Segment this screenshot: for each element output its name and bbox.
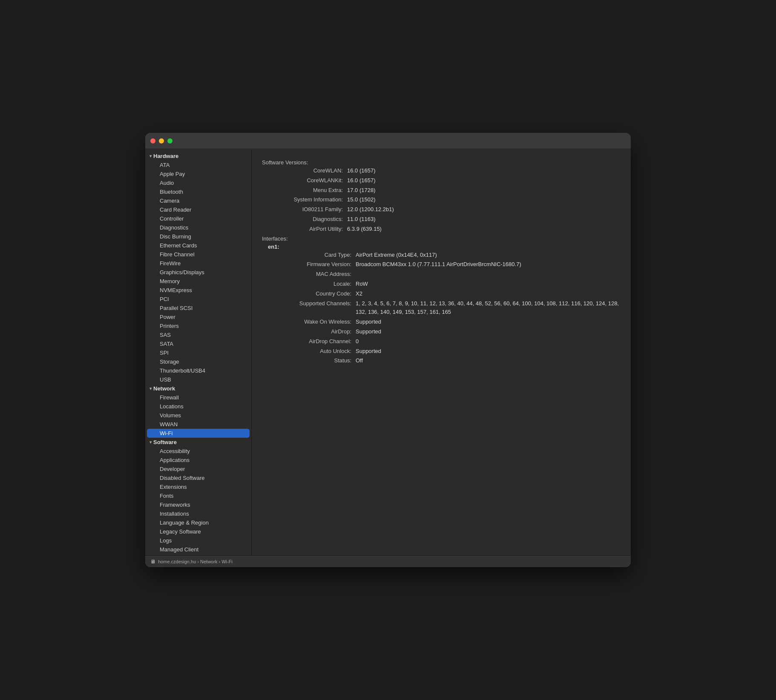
field-label: AirPort Utility:	[262, 225, 347, 234]
detail-panel: Software Versions:CoreWLAN:16.0 (1657)Co…	[252, 149, 631, 555]
maximize-button[interactable]	[167, 138, 172, 143]
field-label: MAC Address:	[262, 270, 356, 279]
sidebar-item-usb[interactable]: USB	[147, 375, 250, 384]
chevron-down-icon: ▾	[149, 440, 152, 445]
field-value: X2	[356, 290, 621, 298]
field-label: Wake On Wireless:	[262, 318, 356, 327]
field-label: CoreWLANKit:	[262, 176, 347, 185]
statusbar: 🖥 home.czdesign.hu › Network › Wi-Fi	[145, 555, 631, 567]
sidebar-item-fonts[interactable]: Fonts	[147, 491, 250, 500]
field-label: Supported Channels:	[262, 299, 356, 317]
field-value: 11.0 (1163)	[347, 215, 621, 224]
sidebar-item-sata[interactable]: SATA	[147, 339, 250, 348]
field-value: 16.0 (1657)	[347, 176, 621, 185]
sidebar-section-software[interactable]: ▾Software	[145, 438, 251, 447]
detail-row: AirPort Utility:6.3.9 (639.15)	[262, 225, 621, 234]
sidebar-item-apple-pay[interactable]: Apple Pay	[147, 169, 250, 178]
sidebar-item-storage[interactable]: Storage	[147, 357, 250, 366]
field-value: Off	[356, 356, 621, 365]
sidebar-item-parallel-scsi[interactable]: Parallel SCSI	[147, 304, 250, 313]
sidebar-item-fibre-channel[interactable]: Fibre Channel	[147, 250, 250, 259]
sidebar-item-bluetooth[interactable]: Bluetooth	[147, 187, 250, 196]
sidebar-item-card-reader[interactable]: Card Reader	[147, 205, 250, 214]
detail-row: Country Code:X2	[262, 290, 621, 298]
detail-row: Status:Off	[262, 356, 621, 365]
sidebar-item-language-region[interactable]: Language & Region	[147, 518, 250, 527]
sidebar-section-network[interactable]: ▾Network	[145, 384, 251, 393]
sidebar-item-camera[interactable]: Camera	[147, 196, 250, 205]
window-controls	[150, 138, 172, 143]
sidebar-item-volumes[interactable]: Volumes	[147, 411, 250, 420]
sidebar-item-extensions[interactable]: Extensions	[147, 482, 250, 491]
sidebar-item-wi-fi[interactable]: Wi-Fi	[147, 429, 250, 438]
sidebar-section-label: Hardware	[153, 153, 178, 159]
sidebar-item-memory[interactable]: Memory	[147, 277, 250, 286]
sidebar-item-spi[interactable]: SPI	[147, 348, 250, 357]
sidebar-item-thunderbolt-usb4[interactable]: Thunderbolt/USB4	[147, 366, 250, 375]
detail-row: IO80211 Family:12.0 (1200.12.2b1)	[262, 205, 621, 214]
field-label: IO80211 Family:	[262, 205, 347, 214]
field-value: Supported	[356, 327, 621, 336]
field-value: 0	[356, 337, 621, 346]
sidebar-item-graphics-displays[interactable]: Graphics/Displays	[147, 268, 250, 277]
field-value: 17.0 (1728)	[347, 186, 621, 195]
detail-row: Auto Unlock:Supported	[262, 347, 621, 356]
sidebar-item-diagnostics[interactable]: Diagnostics	[147, 223, 250, 232]
field-label: Menu Extra:	[262, 186, 347, 195]
field-value: 12.0 (1200.12.2b1)	[347, 205, 621, 214]
statusbar-computer-icon: 🖥	[150, 559, 155, 565]
field-value: RoW	[356, 280, 621, 289]
field-value	[356, 270, 621, 279]
sidebar-item-ethernet-cards[interactable]: Ethernet Cards	[147, 241, 250, 250]
field-label: Auto Unlock:	[262, 347, 356, 356]
sidebar-section-hardware[interactable]: ▾Hardware	[145, 152, 251, 161]
sidebar-item-logs[interactable]: Logs	[147, 536, 250, 545]
sidebar-section-label: Software	[153, 439, 177, 445]
sidebar-item-developer[interactable]: Developer	[147, 465, 250, 473]
field-value: 16.0 (1657)	[347, 166, 621, 175]
sidebar-item-pci[interactable]: PCI	[147, 295, 250, 304]
field-label: Locale:	[262, 280, 356, 289]
main-window: ▾HardwareATAApple PayAudioBluetoothCamer…	[145, 133, 631, 567]
sidebar-item-ata[interactable]: ATA	[147, 161, 250, 169]
sidebar-item-managed-client[interactable]: Managed Client	[147, 545, 250, 554]
sidebar-item-firewall[interactable]: Firewall	[147, 393, 250, 402]
sidebar-item-printers[interactable]: Printers	[147, 321, 250, 330]
sidebar-item-audio[interactable]: Audio	[147, 178, 250, 187]
sidebar-item-legacy-software[interactable]: Legacy Software	[147, 527, 250, 536]
sidebar-item-applications[interactable]: Applications	[147, 456, 250, 465]
statusbar-path: home.czdesign.hu › Network › Wi-Fi	[158, 559, 233, 564]
sidebar-item-frameworks[interactable]: Frameworks	[147, 500, 250, 509]
field-label: CoreWLAN:	[262, 166, 347, 175]
sidebar-item-firewire[interactable]: FireWire	[147, 259, 250, 268]
field-value: Supported	[356, 318, 621, 327]
sidebar-section-label: Network	[153, 385, 175, 392]
detail-row: Menu Extra:17.0 (1728)	[262, 186, 621, 195]
sidebar-item-accessibility[interactable]: Accessibility	[147, 447, 250, 456]
detail-row: Locale:RoW	[262, 280, 621, 289]
sidebar-item-nvmeexpress[interactable]: NVMExpress	[147, 286, 250, 295]
field-label: Card Type:	[262, 251, 356, 260]
detail-row: AirDrop Channel:0	[262, 337, 621, 346]
sidebar-item-controller[interactable]: Controller	[147, 214, 250, 223]
sidebar-item-disabled-software[interactable]: Disabled Software	[147, 473, 250, 482]
field-label: Country Code:	[262, 290, 356, 298]
sidebar-item-disc-burning[interactable]: Disc Burning	[147, 232, 250, 241]
detail-row: System Information:15.0 (1502)	[262, 195, 621, 204]
sidebar-item-wwan[interactable]: WWAN	[147, 420, 250, 429]
minimize-button[interactable]	[159, 138, 164, 143]
field-value: Supported	[356, 347, 621, 356]
close-button[interactable]	[150, 138, 155, 143]
sidebar-item-power[interactable]: Power	[147, 313, 250, 321]
field-label: Firmware Version:	[262, 260, 356, 269]
sidebar-item-installations[interactable]: Installations	[147, 509, 250, 518]
field-label: AirDrop Channel:	[262, 337, 356, 346]
field-label: Status:	[262, 356, 356, 365]
detail-row: Supported Channels:1, 2, 3, 4, 5, 6, 7, …	[262, 299, 621, 317]
sidebar-item-sas[interactable]: SAS	[147, 330, 250, 339]
sidebar-item-locations[interactable]: Locations	[147, 402, 250, 411]
field-value: AirPort Extreme (0x14E4, 0x117)	[356, 251, 621, 260]
detail-row: AirDrop:Supported	[262, 327, 621, 336]
detail-row: Wake On Wireless:Supported	[262, 318, 621, 327]
detail-row: CoreWLAN:16.0 (1657)	[262, 166, 621, 175]
